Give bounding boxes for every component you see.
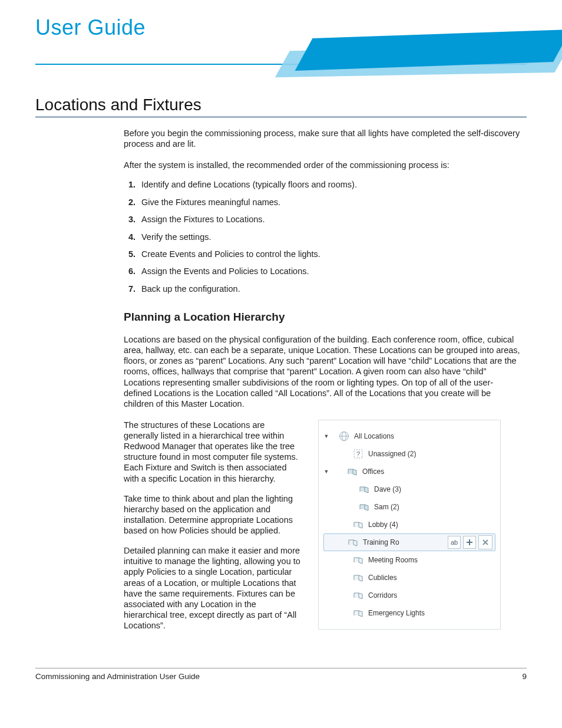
location-tree-panel: ▼ All Locations ? Unassigned (2) [318, 420, 501, 630]
subsection-title: Planning a Location Hierarchy [124, 311, 521, 324]
step-item: Identify and define Locations (typically… [138, 180, 521, 190]
rename-button[interactable]: ab [448, 536, 461, 549]
tree-label: Offices [362, 467, 384, 476]
location-icon [348, 537, 358, 548]
tree-label: Unassigned (2) [368, 450, 416, 458]
section-title: Locations and Fixtures [35, 95, 527, 117]
location-icon [353, 572, 363, 583]
svg-text:?: ? [356, 450, 360, 457]
caret-icon[interactable]: ▼ [323, 469, 329, 475]
left-text-column: The structures of these Locations are ge… [124, 420, 300, 640]
header-graphic [279, 29, 562, 71]
footer-page-number: 9 [522, 672, 527, 681]
left-para: Take time to think about and plan the li… [124, 493, 300, 536]
tree-label: Dave (3) [374, 485, 401, 493]
tree-label: Corridors [368, 591, 397, 599]
tree-row-all-locations[interactable]: ▼ All Locations [323, 427, 495, 445]
step-item: Assign the Events and Policies to Locati… [138, 266, 521, 276]
tree-label: Lobby (4) [368, 521, 398, 529]
tree-label: Cublicles [368, 574, 397, 582]
location-icon [347, 466, 358, 477]
globe-icon [339, 431, 349, 442]
add-button[interactable] [463, 536, 476, 549]
question-icon: ? [353, 449, 363, 459]
location-icon [353, 555, 363, 565]
step-item: Back up the configuration. [138, 284, 521, 294]
tree-label: All Locations [354, 432, 394, 440]
commissioning-steps-list: Identify and define Locations (typically… [124, 180, 521, 294]
location-icon [359, 502, 369, 512]
tree-label: Meeting Rooms [368, 556, 418, 564]
step-item: Give the Fixtures meaningful names. [138, 197, 521, 207]
caret-icon[interactable]: ▼ [323, 433, 329, 439]
step-item: Assign the Fixtures to Locations. [138, 215, 521, 225]
footer-title: Commissioning and Administration User Gu… [35, 672, 200, 681]
tree-row-meeting[interactable]: Meeting Rooms [323, 551, 495, 569]
tree-row-offices[interactable]: ▼ Offices [323, 463, 495, 480]
step-item: Create Events and Policies to control th… [138, 249, 521, 259]
location-icon [353, 608, 363, 618]
tree-row-training-selected[interactable]: Training Ro ab [323, 533, 495, 551]
page-header: User Guide [35, 12, 527, 65]
tree-label: Emergency Lights [368, 609, 425, 617]
left-para: Detailed planning can make it easier and… [124, 545, 300, 631]
location-icon [359, 484, 369, 495]
intro-paragraph-2: After the system is installed, the recom… [124, 160, 521, 170]
tree-row-dave[interactable]: Dave (3) [323, 480, 495, 498]
tree-row-emergency[interactable]: Emergency Lights [323, 604, 495, 622]
hierarchy-paragraph: Locations are based on the physical conf… [124, 334, 521, 409]
tree-row-corridors[interactable]: Corridors [323, 587, 495, 604]
tree-row-unassigned[interactable]: ? Unassigned (2) [323, 445, 495, 463]
step-item: Verify the settings. [138, 232, 521, 242]
location-icon [353, 519, 363, 530]
location-icon [353, 590, 363, 601]
tree-row-sam[interactable]: Sam (2) [323, 498, 495, 516]
tree-label: Training Ro [363, 538, 399, 546]
tree-row-cubicles[interactable]: Cublicles [323, 569, 495, 587]
left-para: The structures of these Locations are ge… [124, 420, 300, 484]
intro-paragraph-1: Before you begin the commissioning proce… [124, 128, 521, 149]
tree-label: Sam (2) [374, 503, 399, 511]
tree-row-lobby[interactable]: Lobby (4) [323, 516, 495, 533]
delete-button[interactable] [478, 535, 492, 549]
page-footer: Commissioning and Administration User Gu… [35, 668, 527, 681]
